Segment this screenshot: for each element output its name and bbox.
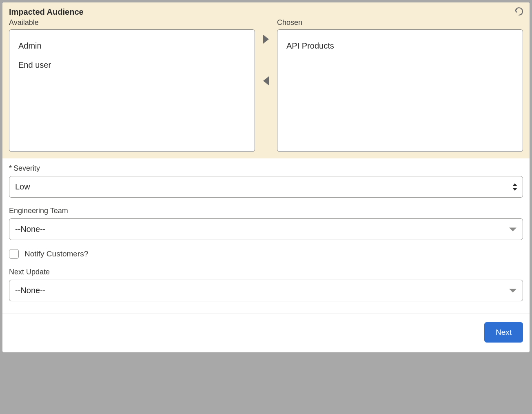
- available-column: Available Admin End user: [9, 18, 255, 152]
- notify-customers-checkbox[interactable]: [9, 249, 19, 259]
- list-item[interactable]: End user: [9, 56, 255, 75]
- chosen-label: Chosen: [277, 18, 523, 27]
- engineering-team-value: --None--: [15, 225, 45, 234]
- chosen-column: Chosen API Products: [277, 18, 523, 152]
- main-content: Impacted Audience Available Admin End us…: [2, 2, 530, 352]
- next-update-value: --None--: [15, 286, 45, 295]
- next-update-select[interactable]: --None--: [9, 280, 523, 301]
- available-listbox[interactable]: Admin End user: [9, 29, 255, 152]
- engineering-team-label: Engineering Team: [9, 207, 523, 215]
- chosen-listbox[interactable]: API Products: [277, 29, 523, 152]
- next-button[interactable]: Next: [484, 322, 523, 343]
- arrow-right-icon: [263, 35, 269, 44]
- severity-label-text: Severity: [13, 164, 40, 172]
- footer: Next: [2, 314, 530, 352]
- dual-list-picker: Available Admin End user Chosen: [9, 18, 523, 152]
- undo-icon[interactable]: [514, 7, 524, 18]
- available-label: Available: [9, 18, 255, 27]
- move-right-button[interactable]: [263, 35, 269, 44]
- severity-field: *Severity Low: [9, 164, 523, 198]
- severity-select[interactable]: Low: [9, 176, 523, 198]
- engineering-team-select-wrapper: --None--: [9, 218, 523, 240]
- required-marker: *: [9, 164, 12, 172]
- engineering-team-select[interactable]: --None--: [9, 218, 523, 240]
- impacted-audience-section: Impacted Audience Available Admin End us…: [2, 2, 530, 158]
- list-item[interactable]: API Products: [277, 36, 523, 56]
- form-container: Impacted Audience Available Admin End us…: [2, 2, 530, 352]
- transfer-buttons: [255, 35, 277, 152]
- severity-select-wrapper: Low: [9, 176, 523, 198]
- notify-customers-label: Notify Customers?: [24, 249, 88, 258]
- arrow-left-icon: [263, 76, 269, 85]
- list-item[interactable]: Admin: [9, 36, 255, 56]
- form-fields: *Severity Low Engineering Team --Non: [2, 158, 530, 314]
- engineering-team-field: Engineering Team --None--: [9, 207, 523, 240]
- severity-label: *Severity: [9, 164, 523, 173]
- audience-title: Impacted Audience: [9, 7, 523, 17]
- next-update-field: Next Update --None--: [9, 268, 523, 301]
- next-update-label: Next Update: [9, 268, 523, 276]
- severity-value: Low: [15, 182, 30, 191]
- move-left-button[interactable]: [263, 76, 269, 85]
- notify-customers-field: Notify Customers?: [9, 249, 523, 259]
- next-update-select-wrapper: --None--: [9, 280, 523, 301]
